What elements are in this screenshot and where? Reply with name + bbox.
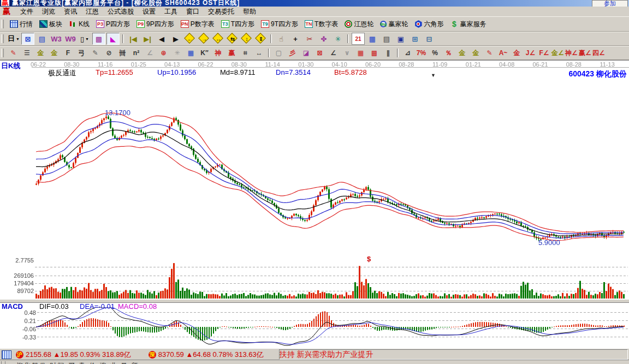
gold-angle-icon[interactable]: 金∠ [551, 47, 565, 58]
zoom-right-diamond[interactable]: → [198, 33, 211, 45]
network-icon[interactable]: ⊞ [408, 33, 422, 45]
percent-down-icon[interactable]: 7% [414, 47, 428, 58]
menu-item-文件[interactable]: 文件 [16, 7, 38, 17]
n-square-icon[interactable]: n² [129, 47, 143, 58]
t-table-button[interactable]: TNT数字表 [301, 19, 341, 29]
red-grid-icon[interactable]: ▦ [354, 47, 367, 58]
ying-grid-icon[interactable]: 赢 [225, 47, 239, 58]
t9-square-button[interactable]: T99T四方形 [258, 19, 301, 29]
angle-ruler-icon[interactable]: ∠ [143, 47, 157, 58]
resize-grip[interactable] [1, 361, 5, 364]
gann-compass-icon[interactable]: ⊕ [157, 47, 170, 58]
color-chart-icon[interactable]: ◣ [106, 33, 120, 45]
maze-tool-icon[interactable]: ✳ [331, 33, 345, 45]
remote-pc-icon[interactable]: ⊟ [423, 33, 436, 45]
pan-hand-icon[interactable]: ☝ [275, 33, 288, 45]
gann-tree-icon[interactable]: ✤ [317, 33, 330, 45]
expand-h-diamond[interactable]: ↔ [212, 33, 225, 45]
menu-item-浏览[interactable]: 浏览 [38, 7, 60, 17]
quotes-button[interactable]: 行情 [7, 19, 36, 29]
compress-h-diamond[interactable]: ⇆ [226, 33, 239, 45]
pen-tool-icon[interactable]: ✎ [7, 47, 20, 58]
expand-v-diamond[interactable]: ↕ [240, 33, 253, 45]
next-button[interactable]: ▶ [169, 33, 182, 45]
dropdown-arrow-icon: ▼ [85, 37, 89, 41]
box-select-icon[interactable]: ▢ [272, 47, 286, 58]
ying-angle-icon[interactable]: 赢∠ [578, 47, 592, 58]
winner-service-button[interactable]: $赢家服务 [447, 19, 489, 29]
polar-channel-icon[interactable]: ⊠ [21, 33, 34, 45]
notes-icon[interactable]: ▤ [380, 33, 393, 45]
calculator-icon[interactable]: ▦ [366, 33, 379, 45]
gold-grid2-icon[interactable]: 金 [48, 47, 61, 58]
last-page-button[interactable]: ▶| [141, 33, 154, 45]
menu-item-公式选股[interactable]: 公式选股 [103, 7, 138, 17]
percent-icon[interactable]: % [428, 47, 442, 58]
f-grid-icon[interactable]: F [61, 47, 75, 58]
p-table-button[interactable]: PNP数字表 [177, 19, 218, 29]
gold-channel-icon[interactable]: 金 [510, 47, 524, 58]
v-check-icon[interactable]: ∨ [340, 47, 354, 58]
winner-wheel-button[interactable]: Big赢家轮 [377, 19, 411, 29]
menu-item-江恩[interactable]: 江恩 [81, 7, 103, 17]
menu-item-帮助[interactable]: 帮助 [239, 7, 260, 17]
cut-tool-icon[interactable]: ✂ [303, 33, 316, 45]
p-square-button[interactable]: P3P四方形 [93, 19, 133, 29]
menu-item-工具[interactable]: 工具 [160, 7, 182, 17]
tally-icon[interactable]: 卌 [116, 47, 129, 58]
market-grid-icon[interactable] [2, 350, 11, 359]
sectors-button[interactable]: 板块 [36, 19, 66, 29]
fan-box-icon[interactable]: ◪ [299, 47, 313, 58]
red-grid-box-icon[interactable]: ▩ [367, 47, 381, 58]
period-day-dropdown[interactable]: 日▼ [7, 33, 20, 45]
corner-button[interactable]: 参加 [592, 0, 628, 7]
calendar-icon[interactable]: 21 [352, 33, 365, 45]
j-angle-icon[interactable]: J∠ [524, 47, 537, 58]
shen-angle-icon[interactable]: 神∠ [565, 47, 578, 58]
info-panel-icon[interactable]: ▤ [35, 33, 49, 45]
menu-item-设置[interactable]: 设置 [138, 7, 160, 17]
wave-abc-icon[interactable]: A~ [496, 47, 510, 58]
circle-ruler-icon[interactable]: ⊘ [102, 47, 116, 58]
gold-level-icon[interactable]: 金 [469, 47, 483, 58]
si-angle-icon[interactable]: 四∠ [592, 47, 606, 58]
pattern-grid-icon[interactable]: ▩ [92, 33, 105, 45]
k-prime-icon[interactable]: K″ [198, 47, 211, 58]
menu-item-窗口[interactable]: 窗口 [182, 7, 204, 17]
f-angle-icon[interactable]: F∠ [537, 47, 551, 58]
save-icon[interactable]: ▣ [394, 33, 407, 45]
square-grid-icon[interactable]: ▦ [184, 47, 198, 58]
first-page-button[interactable]: |◀ [127, 33, 140, 45]
scale-ruler-icon[interactable]: ⊿ [401, 47, 414, 58]
price-pen-icon[interactable]: ✎ [483, 47, 496, 58]
gold-circle-icon[interactable]: 金 [455, 47, 469, 58]
candle-style-dropdown[interactable]: ▯▼ [78, 33, 91, 45]
menu-item-交易委托[interactable]: 交易委托 [204, 7, 239, 17]
fan-lines-icon[interactable]: 彡 [286, 47, 299, 58]
prev-button[interactable]: ◀ [155, 33, 168, 45]
parallel-lines-icon[interactable]: ∥ [381, 47, 395, 58]
percent-lines-icon[interactable]: ％ [442, 47, 455, 58]
zoom-left-diamond[interactable]: ← [183, 33, 197, 45]
zoom-all-diamond[interactable]: ⇕ [254, 33, 268, 45]
gold-grid-icon[interactable]: 金 [34, 47, 48, 58]
wave9-icon[interactable]: W9 [64, 33, 77, 45]
marker-tool-icon[interactable]: ✎ [88, 47, 102, 58]
t-square-button[interactable]: T3T四方形 [218, 19, 258, 29]
shen-grid-icon[interactable]: 神 [211, 47, 225, 58]
bow-tool-icon[interactable]: 弓 [75, 47, 88, 58]
number-grid-icon[interactable]: ⌗ [239, 47, 252, 58]
width-measure-icon[interactable]: ↔ [252, 47, 266, 58]
gann-wheel-button[interactable]: 江恩轮 [341, 19, 377, 29]
crosshair-icon[interactable]: + [289, 33, 302, 45]
kline-button[interactable]: K线 [66, 19, 93, 29]
p9-square-button[interactable]: P99P四方形 [133, 19, 177, 29]
box-cross-icon[interactable]: ⊠ [313, 47, 327, 58]
wave3-icon[interactable]: W3 [50, 33, 63, 45]
quotes-icon [10, 20, 18, 28]
menu-item-资讯[interactable]: 资讯 [60, 7, 81, 17]
hexagon-button[interactable]: 六角形 [411, 19, 447, 29]
trend-angle-icon[interactable]: ∠ [327, 47, 340, 58]
hatch-tool-icon[interactable]: ☰ [20, 47, 34, 58]
web-grid-icon[interactable]: ✳ [170, 47, 184, 58]
